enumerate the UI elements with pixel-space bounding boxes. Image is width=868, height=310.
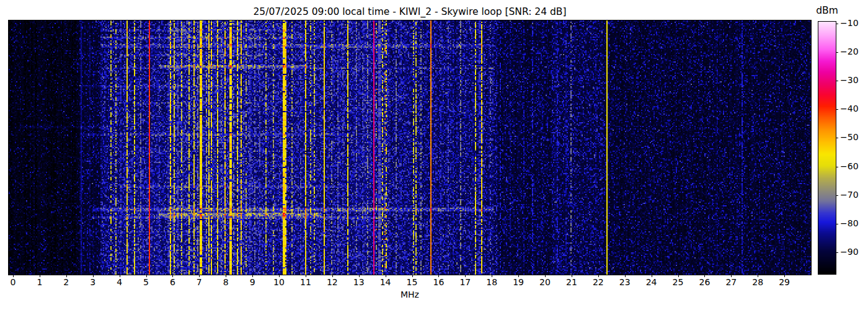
colorbar-tick-mark [836, 195, 838, 196]
colorbar-tick-mark [836, 138, 838, 138]
chart-title: 25/07/2025 09:00 local time - KIWI_2 - S… [9, 6, 811, 17]
colorbar-title: dBm [810, 5, 844, 16]
x-tick-label: 3 [90, 278, 95, 287]
x-tick-label: 24 [646, 278, 657, 287]
x-tick-label: 28 [752, 278, 763, 287]
x-tick-label: 15 [407, 278, 418, 287]
x-tick-label: 21 [566, 278, 577, 287]
colorbar-gradient [818, 22, 836, 274]
waterfall-canvas [9, 20, 811, 275]
x-tick-label: 2 [63, 278, 69, 287]
x-tick-label: 26 [699, 278, 710, 287]
x-tick-label: 17 [459, 278, 471, 287]
x-tick-label: 14 [380, 278, 391, 287]
colorbar-tick-label: −20 [840, 47, 859, 56]
x-tick-label: 27 [725, 278, 737, 287]
colorbar-tick-mark [836, 167, 838, 167]
waterfall-plot-area [8, 20, 812, 275]
x-tick-label: 25 [673, 278, 684, 287]
x-tick-label: 1 [37, 278, 42, 287]
colorbar-tick-mark [836, 252, 838, 253]
colorbar-tick-mark [836, 109, 838, 110]
x-tick-label: 16 [433, 278, 444, 287]
x-tick-label: 6 [170, 278, 175, 287]
x-tick-label: 9 [250, 278, 255, 287]
colorbar-tick-label: −10 [840, 19, 859, 28]
colorbar-tick-mark [836, 81, 838, 81]
x-tick-label: 0 [11, 278, 16, 287]
colorbar-tick-label: −80 [840, 219, 859, 228]
x-axis-label: MHz [9, 290, 811, 299]
x-tick-label: 20 [539, 278, 551, 287]
x-tick-label: 18 [486, 278, 497, 287]
x-tick-label: 12 [327, 278, 338, 287]
colorbar-tick-label: −70 [840, 190, 859, 200]
colorbar-tick-label: −40 [840, 105, 859, 114]
colorbar-tick-label: −30 [840, 76, 859, 85]
x-tick-label: 22 [593, 278, 604, 287]
x-tick-label: 13 [353, 278, 365, 287]
colorbar-tick-label: −90 [840, 247, 859, 257]
x-tick-label: 4 [117, 278, 122, 287]
x-tick-label: 23 [619, 278, 631, 287]
x-tick-label: 10 [273, 278, 285, 287]
colorbar-tick-label: −50 [840, 133, 859, 143]
colorbar-tick-label: −60 [840, 162, 859, 171]
x-tick-label: 29 [779, 278, 790, 287]
x-tick-label: 11 [300, 278, 311, 287]
colorbar-tick-mark [836, 24, 838, 24]
x-tick-label: 8 [223, 278, 229, 287]
x-tick-label: 5 [143, 278, 149, 287]
x-tick-label: 19 [513, 278, 524, 287]
colorbar-tick-mark [836, 52, 838, 53]
x-tick-label: 7 [197, 278, 202, 287]
colorbar [818, 21, 836, 275]
colorbar-tick-mark [836, 224, 838, 224]
spectrogram-figure: 25/07/2025 09:00 local time - KIWI_2 - S… [0, 0, 868, 310]
